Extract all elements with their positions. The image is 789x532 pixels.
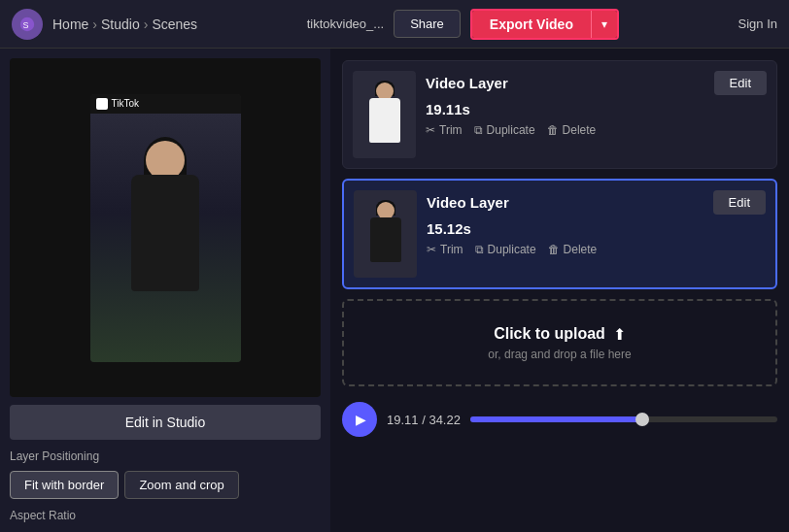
tiktok-icon <box>96 98 108 110</box>
scissors-icon-2: ✂ <box>427 243 436 256</box>
breadcrumb: Home › Studio › Scenes <box>52 17 197 32</box>
main-content: TikTok Edit in Studio Layer Positioning … <box>0 49 789 532</box>
positioning-buttons: Fit with border Zoom and crop <box>10 471 321 499</box>
export-btn-group: Export Video ▾ <box>470 9 619 40</box>
layer-1-delete-button[interactable]: 🗑 Delete <box>547 123 597 137</box>
layer-card-1: Video Layer Edit 19.11s ✂ Trim ⧉ Duplica… <box>342 60 777 169</box>
timeline-progress <box>470 416 642 422</box>
upload-icon: ⬆ <box>613 325 626 344</box>
layer-2-title: Video Layer <box>427 194 509 211</box>
header-center: tiktokvideo_... Share Export Video ▾ <box>197 9 728 40</box>
share-button[interactable]: Share <box>394 10 461 38</box>
upload-text: Click to upload <box>494 325 605 343</box>
scissors-icon: ✂ <box>426 123 435 137</box>
timeline-handle[interactable] <box>635 413 649 426</box>
layer-1-duration: 19.11s <box>426 101 767 117</box>
upload-area[interactable]: Click to upload ⬆ or, drag and drop a fi… <box>342 299 777 386</box>
tiktok-watermark: TikTok <box>112 98 140 109</box>
layer-1-edit-button[interactable]: Edit <box>714 71 767 95</box>
right-panel: Video Layer Edit 19.11s ✂ Trim ⧉ Duplica… <box>330 49 789 532</box>
video-preview: TikTok <box>10 58 321 397</box>
timeline-track[interactable] <box>470 416 777 422</box>
signin-button[interactable]: Sign In <box>738 17 777 31</box>
filename-label: tiktokvideo_... <box>307 17 385 31</box>
header: S Home › Studio › Scenes tiktokvideo_...… <box>0 0 789 49</box>
layer-2-trim-button[interactable]: ✂ Trim <box>427 243 463 256</box>
layer-2-delete-button[interactable]: 🗑 Delete <box>548 243 598 256</box>
layer-thumb-1 <box>353 71 416 158</box>
layer-1-title: Video Layer <box>426 75 508 91</box>
layer-card-2: Video Layer Edit 15.12s ✂ Trim ⧉ Duplica… <box>342 179 777 289</box>
tiktok-preview-frame: TikTok <box>90 94 241 362</box>
breadcrumb-home[interactable]: Home <box>52 17 88 32</box>
layer-thumb-2 <box>354 190 417 278</box>
tiktok-video-body <box>90 114 241 362</box>
timeline-bar: ▶ 19.11 / 34.22 <box>342 396 777 443</box>
copy-icon: ⧉ <box>474 123 483 137</box>
layer-2-duplicate-button[interactable]: ⧉ Duplicate <box>475 243 536 256</box>
chevron-down-icon: ▾ <box>601 17 607 31</box>
edit-in-studio-button[interactable]: Edit in Studio <box>10 405 321 440</box>
play-icon: ▶ <box>356 412 366 427</box>
left-panel: TikTok Edit in Studio Layer Positioning … <box>0 49 330 532</box>
app-logo: S <box>12 9 43 40</box>
export-video-button[interactable]: Export Video <box>472 11 591 38</box>
zoom-and-crop-button[interactable]: Zoom and crop <box>124 471 238 499</box>
layer-2-edit-button[interactable]: Edit <box>713 190 766 215</box>
layer-1-duplicate-button[interactable]: ⧉ Duplicate <box>474 123 535 137</box>
breadcrumb-studio[interactable]: Studio <box>101 17 140 32</box>
aspect-ratio-label: Aspect Ratio <box>10 509 321 522</box>
export-dropdown-button[interactable]: ▾ <box>591 11 617 38</box>
breadcrumb-scenes[interactable]: Scenes <box>152 17 197 32</box>
trash-icon: 🗑 <box>547 123 559 137</box>
copy-icon-2: ⧉ <box>475 243 484 256</box>
svg-text:S: S <box>23 19 29 29</box>
layer-2-duration: 15.12s <box>427 220 766 237</box>
layer-positioning-label: Layer Positioning <box>10 449 321 463</box>
trash-icon-2: 🗑 <box>548 243 560 256</box>
timeline-time: 19.11 / 34.22 <box>387 413 461 427</box>
person-figure <box>121 141 209 335</box>
layer-1-trim-button[interactable]: ✂ Trim <box>426 123 463 137</box>
fit-with-border-button[interactable]: Fit with border <box>10 471 119 499</box>
play-button[interactable]: ▶ <box>342 402 377 437</box>
upload-sub-text: or, drag and drop a file here <box>488 348 631 361</box>
